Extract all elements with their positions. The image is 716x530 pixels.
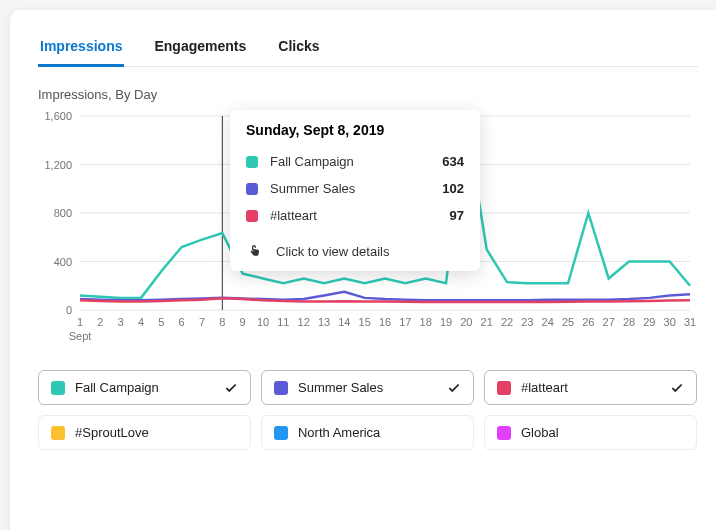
svg-text:26: 26 xyxy=(582,316,594,328)
legend-label: #latteart xyxy=(521,380,670,395)
svg-text:6: 6 xyxy=(179,316,185,328)
legend-item[interactable]: Fall Campaign xyxy=(38,370,251,405)
svg-text:17: 17 xyxy=(399,316,411,328)
svg-text:1,200: 1,200 xyxy=(44,159,72,171)
legend-item[interactable]: Global xyxy=(484,415,697,450)
legend-swatch xyxy=(274,381,288,395)
svg-text:0: 0 xyxy=(66,304,72,316)
svg-text:5: 5 xyxy=(158,316,164,328)
svg-text:8: 8 xyxy=(219,316,225,328)
tooltip-footer[interactable]: Click to view details xyxy=(246,233,464,259)
svg-text:21: 21 xyxy=(481,316,493,328)
tap-icon xyxy=(246,243,262,259)
legend-swatch xyxy=(51,381,65,395)
svg-text:30: 30 xyxy=(664,316,676,328)
check-icon xyxy=(224,381,238,395)
legend-label: Fall Campaign xyxy=(75,380,224,395)
series-legend: Fall CampaignSummer Sales#latteart#Sprou… xyxy=(38,370,698,450)
legend-item[interactable]: Summer Sales xyxy=(261,370,474,405)
tab-engagements[interactable]: Engagements xyxy=(152,32,248,66)
legend-swatch xyxy=(51,426,65,440)
svg-text:800: 800 xyxy=(54,207,72,219)
series-swatch xyxy=(246,183,258,195)
tooltip-series-label: Summer Sales xyxy=(270,181,442,196)
legend-label: #SproutLove xyxy=(75,425,238,440)
svg-text:28: 28 xyxy=(623,316,635,328)
legend-item[interactable]: #SproutLove xyxy=(38,415,251,450)
tooltip-series-label: #latteart xyxy=(270,208,450,223)
svg-text:Sept: Sept xyxy=(69,330,92,342)
metric-tabs: ImpressionsEngagementsClicks xyxy=(38,32,698,67)
tooltip-series-value: 97 xyxy=(450,208,464,223)
analytics-card: ImpressionsEngagementsClicks Impressions… xyxy=(10,10,716,530)
svg-text:22: 22 xyxy=(501,316,513,328)
chart-tooltip[interactable]: Sunday, Sept 8, 2019 Fall Campaign634Sum… xyxy=(230,110,480,271)
svg-text:25: 25 xyxy=(562,316,574,328)
legend-swatch xyxy=(497,381,511,395)
legend-label: Summer Sales xyxy=(298,380,447,395)
svg-text:10: 10 xyxy=(257,316,269,328)
svg-text:12: 12 xyxy=(298,316,310,328)
svg-text:1,600: 1,600 xyxy=(44,110,72,122)
series-swatch xyxy=(246,156,258,168)
svg-text:3: 3 xyxy=(118,316,124,328)
svg-text:16: 16 xyxy=(379,316,391,328)
legend-label: Global xyxy=(521,425,684,440)
tab-impressions[interactable]: Impressions xyxy=(38,32,124,67)
svg-text:23: 23 xyxy=(521,316,533,328)
tooltip-footer-text: Click to view details xyxy=(276,244,389,259)
svg-text:4: 4 xyxy=(138,316,144,328)
svg-text:14: 14 xyxy=(338,316,350,328)
legend-label: North America xyxy=(298,425,461,440)
svg-text:7: 7 xyxy=(199,316,205,328)
svg-text:24: 24 xyxy=(542,316,554,328)
tooltip-row: #latteart97 xyxy=(246,202,464,229)
tooltip-row: Summer Sales102 xyxy=(246,175,464,202)
tab-clicks[interactable]: Clicks xyxy=(276,32,321,66)
svg-text:18: 18 xyxy=(420,316,432,328)
chart-subtitle: Impressions, By Day xyxy=(38,87,698,102)
svg-text:31: 31 xyxy=(684,316,696,328)
tooltip-series-value: 634 xyxy=(442,154,464,169)
legend-item[interactable]: North America xyxy=(261,415,474,450)
chart-area[interactable]: 04008001,2001,60012345678910111213141516… xyxy=(38,108,698,348)
svg-text:1: 1 xyxy=(77,316,83,328)
svg-text:27: 27 xyxy=(603,316,615,328)
series-swatch xyxy=(246,210,258,222)
check-icon xyxy=(670,381,684,395)
svg-text:20: 20 xyxy=(460,316,472,328)
tooltip-row: Fall Campaign634 xyxy=(246,148,464,175)
tooltip-date: Sunday, Sept 8, 2019 xyxy=(246,122,464,138)
svg-text:2: 2 xyxy=(97,316,103,328)
legend-swatch xyxy=(274,426,288,440)
check-icon xyxy=(447,381,461,395)
svg-text:9: 9 xyxy=(240,316,246,328)
tooltip-series-value: 102 xyxy=(442,181,464,196)
svg-text:400: 400 xyxy=(54,256,72,268)
svg-text:15: 15 xyxy=(359,316,371,328)
svg-text:19: 19 xyxy=(440,316,452,328)
legend-item[interactable]: #latteart xyxy=(484,370,697,405)
tooltip-series-label: Fall Campaign xyxy=(270,154,442,169)
legend-swatch xyxy=(497,426,511,440)
svg-text:11: 11 xyxy=(277,316,289,328)
svg-text:13: 13 xyxy=(318,316,330,328)
svg-text:29: 29 xyxy=(643,316,655,328)
